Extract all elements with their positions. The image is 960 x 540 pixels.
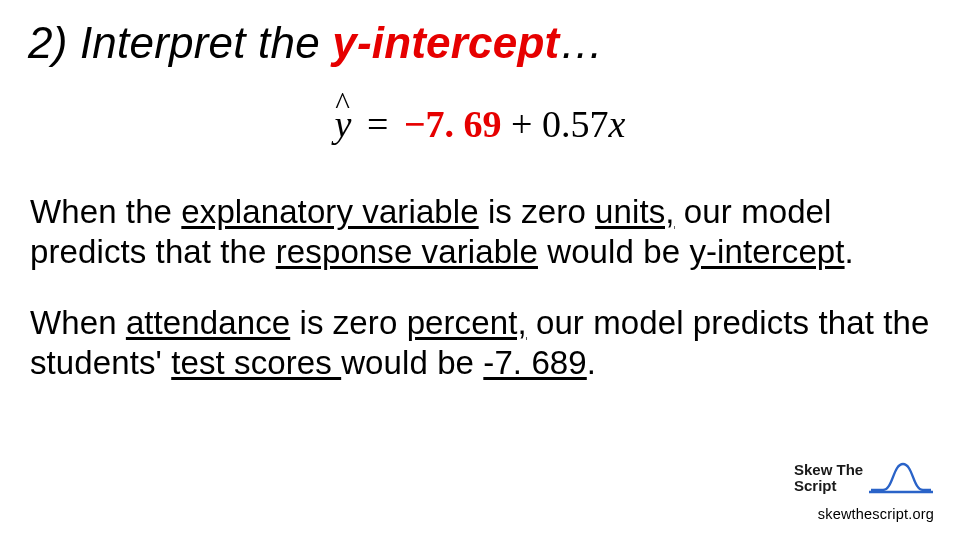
bell-curve-icon [869,460,933,494]
p2-u2: percent, [407,304,527,341]
attribution-url: skewthescript.org [818,506,934,522]
equals-sign: = [357,103,397,145]
p1-u2: units, [595,193,674,230]
template-sentence: When the explanatory variable is zero un… [30,192,932,273]
p2-t0: When [30,304,126,341]
p1-u1: explanatory variable [181,193,478,230]
title-prefix: 2) Interpret the [28,18,332,67]
p2-t4: . [587,344,596,381]
hat-accent: ^ [335,86,350,122]
p2-t3: would be [341,344,483,381]
x-variable: x [609,103,626,145]
p2-u1: attendance [126,304,290,341]
p2-u4: -7. 689 [483,344,586,381]
applied-sentence: When attendance is zero percent, our mod… [30,303,932,384]
logo-line2: Script [794,478,863,494]
p2-t1: is zero [290,304,406,341]
p1-t3: would be [538,233,689,270]
p1-t0: When the [30,193,181,230]
logo-line1: Skew The [794,462,863,478]
p2-u3: test scores [171,344,341,381]
p1-t4: . [845,233,854,270]
slide: 2) Interpret the y-intercept… ^ y = −7. … [0,0,960,540]
title-accent: y-intercept [332,18,559,67]
brand-logo: Skew The Script [794,460,934,494]
p1-u3: response variable [276,233,538,270]
p1-u4: y-intercept [689,233,844,270]
intercept-value: −7. 69 [404,103,502,145]
yhat-symbol: ^ y [335,102,352,146]
regression-equation: ^ y = −7. 69 + 0.57x [28,102,932,146]
title-suffix: … [559,18,603,67]
logo-text: Skew The Script [794,462,863,494]
slope-term: + 0.57x [502,103,626,145]
p1-t1: is zero [479,193,595,230]
slide-title: 2) Interpret the y-intercept… [28,18,932,68]
plus-slope: + 0.57 [502,103,609,145]
